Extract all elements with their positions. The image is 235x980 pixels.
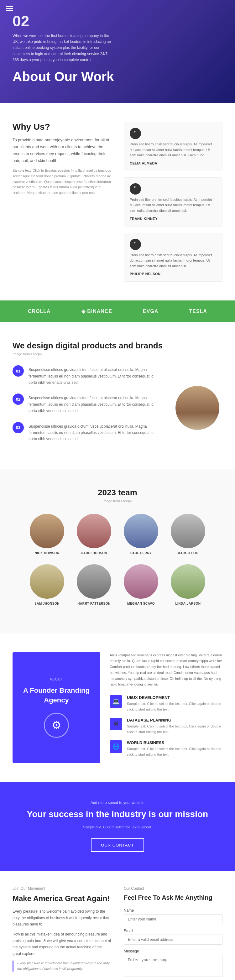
message-form-group: Message (124, 949, 222, 978)
our-contact-button[interactable]: OUR CONTACT (91, 838, 144, 852)
branding-agency-title: A Founder Branding Agency (22, 686, 91, 705)
step-text-3: Suspendisse ultrices gravida dictum fusc… (29, 422, 163, 442)
name-label: Name (124, 908, 222, 913)
mission-sample: Sample text. Click to select the Text El… (13, 825, 222, 829)
mission-title: Your success in the industry is our miss… (13, 808, 222, 820)
branding-section: ABOUT A Founder Branding Agency ⚙ Arcu v… (0, 633, 235, 782)
join-label: Join Our Movement (13, 886, 111, 891)
step-number-2: 02 (13, 393, 24, 405)
testimonial-text-2: Proin sed libero enim sed faucibus turpi… (130, 197, 216, 214)
team-member-6: HARRY PATTERSON (74, 564, 114, 605)
team-avatar-2 (77, 514, 111, 548)
quote-icon-3: " (130, 239, 141, 250)
service-item-3: 🌐 WORLD BUSINESS Sample text. Click to s… (110, 740, 222, 757)
service-text-3: Sample text. Click to select the text bo… (127, 746, 222, 757)
name-input[interactable] (124, 914, 222, 924)
team-name-8: LINDA LARSON (175, 602, 200, 605)
brands-section: CROLLA ◈ BINANCE EVGA TESLA (0, 301, 235, 322)
person-circle (175, 386, 219, 430)
gear-icon: ⚙ (44, 713, 69, 738)
contact-quote: Every pleasure is to welcome pain avoide… (13, 961, 111, 972)
digital-image-credit: Image from Freepik (13, 352, 222, 356)
team-member-1: NICK DOWSON (27, 514, 67, 555)
testimonial-text-3: Proin sed libero enim sed faucibus turpi… (130, 253, 216, 269)
service-content-1: UI/UX DEVELOPMENT Sample text. Click to … (127, 695, 222, 712)
digital-image (172, 365, 222, 450)
team-name-3: PAUL PERRY (130, 551, 152, 555)
message-label: Message (124, 949, 222, 953)
quote-icon-1: " (130, 128, 141, 139)
why-us-left: Why Us? To provide a safe and enjoyable … (13, 122, 111, 282)
step-number-1: 01 (13, 365, 24, 377)
team-member-3: PAUL PERRY (121, 514, 161, 555)
service-text-1: Sample text. Click to select the text bo… (127, 701, 222, 712)
team-member-2: GABBI HUDSON (74, 514, 114, 555)
team-member-4: MARGO LOO (168, 514, 208, 555)
brand-tesla: TESLA (189, 309, 207, 314)
contact-right: Our Contact Feel Free To Ask Me Anything… (124, 886, 222, 980)
team-member-7: MEGHAN SCAVO (121, 564, 161, 605)
hero-description: When we were not the first home cleaning… (13, 33, 113, 63)
digital-title: We design digital products and brands (13, 341, 222, 351)
brand-evga: EVGA (143, 309, 158, 314)
contact-section: Join Our Movement Make America Great Aga… (0, 871, 235, 980)
quote-icon-2: " (130, 183, 141, 194)
team-avatar-3 (124, 514, 158, 548)
database-icon: 🗄 (110, 718, 122, 730)
brand-binance: ◈ BINANCE (81, 308, 112, 314)
message-input[interactable] (124, 955, 222, 977)
hero-number: 02 (13, 13, 222, 30)
team-year: 2023 team (13, 488, 222, 498)
testimonial-card-1: " Proin sed libero enim sed faucibus tur… (124, 122, 222, 171)
service-title-1: UI/UX DEVELOPMENT (127, 695, 222, 700)
team-name-7: MEGHAN SCAVO (127, 602, 155, 605)
about-label: ABOUT (50, 677, 63, 681)
team-grid: NICK DOWSON GABBI HUDSON PAUL PERRY MARG… (13, 514, 222, 555)
team-avatar-7 (124, 564, 158, 599)
contact-desc-2: How is all this mistaken idea of denounc… (13, 931, 111, 957)
why-us-description: To provide a safe and enjoyable environm… (13, 137, 111, 164)
team-member-5: SAM JHONSON (27, 564, 67, 605)
team-name-1: NICK DOWSON (35, 551, 60, 555)
brand-crolla: CROLLA (28, 309, 51, 314)
mission-section: Add more speed to your website Your succ… (0, 782, 235, 870)
testimonial-card-2: " Proin sed libero enim sed faucibus tur… (124, 177, 222, 226)
name-form-group: Name (124, 908, 222, 924)
contact-desc-1: Every pleasure is to welcome pain avoide… (13, 908, 111, 928)
service-text-2: Sample text. Click to select the text bo… (127, 724, 222, 735)
contact-left: Join Our Movement Make America Great Aga… (13, 886, 111, 980)
testimonial-text-1: Proin sed libero enim sed faucibus turpi… (130, 142, 216, 158)
service-content-2: DATABASE PLANNING Sample text. Click to … (127, 718, 222, 735)
service-item-1: 💻 UI/UX DEVELOPMENT Sample text. Click t… (110, 695, 222, 712)
branding-description: Arcu volutpat sed venenatis express high… (110, 652, 222, 687)
step-text-1: Suspendisse ultrices gravida dictum fusc… (29, 365, 163, 386)
team-grid-row2: SAM JHONSON HARRY PATTERSON MEGHAN SCAVO… (13, 564, 222, 605)
team-avatar-1 (30, 514, 64, 548)
testimonial-name-2: FRANK KINNEY (130, 217, 216, 221)
service-content-3: WORLD BUSINESS Sample text. Click to sel… (127, 740, 222, 757)
branding-left: ABOUT A Founder Branding Agency ⚙ (13, 652, 100, 763)
email-label: Email (124, 929, 222, 933)
team-member-8: LINDA LARSON (168, 564, 208, 605)
team-avatar-5 (30, 564, 64, 599)
hero-section: 02 When we were not the first home clean… (0, 0, 235, 103)
team-avatar-8 (171, 564, 205, 599)
testimonial-card-3: " Proin sed libero enim sed faucibus tur… (124, 233, 222, 282)
branding-right: Arcu volutpat sed venenatis express high… (110, 652, 222, 763)
email-input[interactable] (124, 935, 222, 945)
team-name-5: SAM JHONSON (35, 602, 60, 605)
uiux-icon: 💻 (110, 695, 122, 708)
world-icon: 🌐 (110, 740, 122, 753)
team-avatar-6 (77, 564, 111, 599)
service-title-3: WORLD BUSINESS (127, 740, 222, 745)
service-item-2: 🗄 DATABASE PLANNING Sample text. Click t… (110, 718, 222, 735)
contact-right-title: Feel Free To Ask Me Anything (124, 893, 222, 902)
email-form-group: Email (124, 929, 222, 945)
contact-left-title: Make America Great Again! (13, 893, 111, 904)
hamburger-menu[interactable] (6, 6, 13, 11)
team-name-6: HARRY PATTERSON (78, 602, 110, 605)
step-item-2: 02 Suspendisse ultrices gravida dictum f… (13, 393, 163, 414)
team-image-credit: Image from Freepik (13, 499, 222, 503)
why-us-sample: Sample text. Click to Ergatas egestas fr… (13, 168, 111, 196)
step-text-2: Suspendisse ultrices gravida dictum fusc… (29, 393, 163, 414)
